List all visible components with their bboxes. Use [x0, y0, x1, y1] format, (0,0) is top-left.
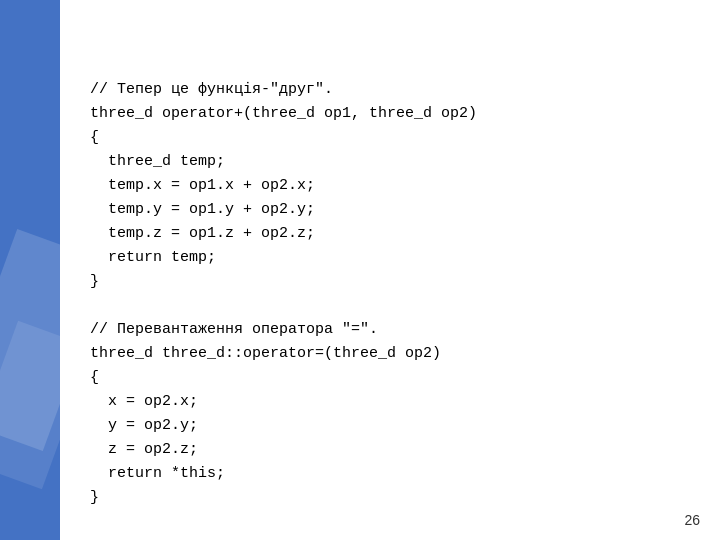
code-line: temp.z = op1.z + op2.z;	[90, 222, 690, 246]
code-line: x = op2.x;	[90, 390, 690, 414]
code-line: {	[90, 126, 690, 150]
code-line: temp.y = op1.y + op2.y;	[90, 198, 690, 222]
code-line: // Тепер це функція-"друг".	[90, 78, 690, 102]
code-line: // Перевантаження оператора "=".	[90, 318, 690, 342]
content-area: // Тепер це функція-"друг".three_d opera…	[60, 0, 720, 540]
code-line	[90, 294, 690, 318]
slide: // Тепер це функція-"друг".three_d opera…	[0, 0, 720, 540]
code-line: return temp;	[90, 246, 690, 270]
code-line: }	[90, 270, 690, 294]
code-line: return *this;	[90, 462, 690, 486]
code-line: {	[90, 366, 690, 390]
code-line: temp.x = op1.x + op2.x;	[90, 174, 690, 198]
code-line: three_d three_d::operator=(three_d op2)	[90, 342, 690, 366]
page-number: 26	[684, 512, 700, 528]
code-line: z = op2.z;	[90, 438, 690, 462]
code-line: y = op2.y;	[90, 414, 690, 438]
code-line: }	[90, 486, 690, 510]
code-block: // Тепер це функція-"друг".three_d opera…	[90, 30, 690, 510]
code-line: three_d temp;	[90, 150, 690, 174]
left-border-decoration	[0, 0, 60, 540]
code-line: three_d operator+(three_d op1, three_d o…	[90, 102, 690, 126]
